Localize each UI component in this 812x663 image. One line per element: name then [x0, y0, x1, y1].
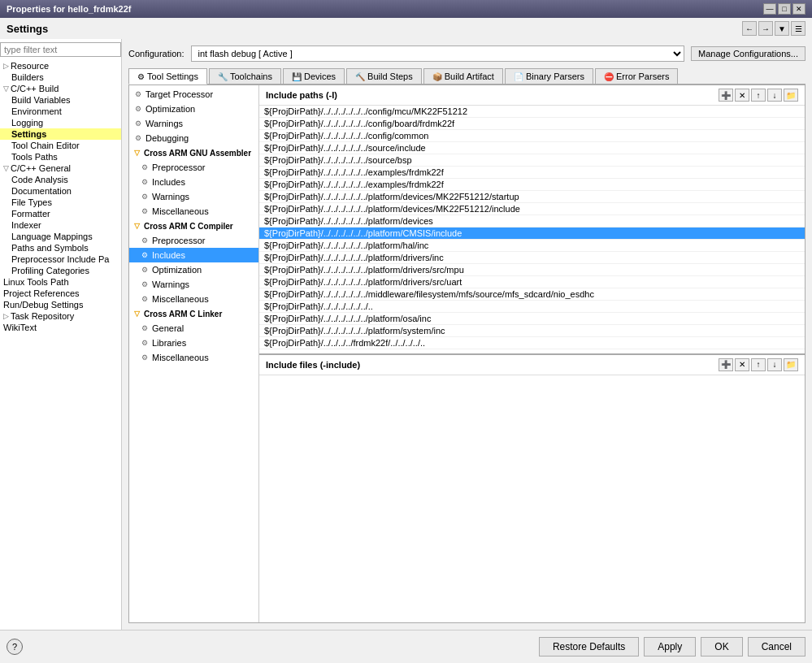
back-button[interactable]: ←: [742, 21, 757, 36]
sidebar-item-tool-chain-editor[interactable]: Tool Chain Editor: [0, 140, 121, 151]
tree-item-c-optimization[interactable]: ⚙ Optimization: [129, 262, 258, 277]
tree-item-asm-warnings[interactable]: ⚙ Warnings: [129, 189, 258, 204]
gear-icon: ⚙: [132, 103, 144, 115]
tree-item-target-processor[interactable]: ⚙ Target Processor: [129, 87, 258, 102]
cancel-button[interactable]: Cancel: [748, 637, 805, 656]
tree-section-linker[interactable]: ▽ Cross ARM C Linker: [129, 306, 258, 321]
include-path-item[interactable]: ${ProjDirPath}/../../../../../../source/…: [259, 142, 805, 154]
restore-defaults-button[interactable]: Restore Defaults: [539, 637, 639, 656]
tree-item-linker-general[interactable]: ⚙ General: [129, 321, 258, 336]
include-path-item[interactable]: ${ProjDirPath}/../../../../../../platfor…: [259, 276, 805, 288]
folder-icon: ▽: [131, 308, 142, 319]
include-path-item[interactable]: ${ProjDirPath}/../../../../../../config/…: [259, 130, 805, 142]
sidebar-item-code-analysis[interactable]: Code Analysis: [0, 174, 121, 185]
sidebar-item-builders[interactable]: Builders: [0, 72, 121, 83]
tree-item-debugging[interactable]: ⚙ Debugging: [129, 131, 258, 145]
sidebar-item-cpp-general[interactable]: ▽ C/C++ General: [0, 162, 121, 174]
tree-item-c-preprocessor[interactable]: ⚙ Preprocessor: [129, 233, 258, 248]
move-up-include-path-button[interactable]: ↑: [751, 89, 766, 102]
add-include-file-button[interactable]: ➕: [719, 358, 733, 371]
sidebar-item-logging[interactable]: Logging: [0, 117, 121, 128]
sidebar-item-preprocessor-include[interactable]: Preprocessor Include Pa: [0, 254, 121, 265]
tree-item-c-includes[interactable]: ⚙ Includes: [129, 248, 258, 262]
sidebar-item-indexer[interactable]: Indexer: [0, 219, 121, 231]
include-path-item[interactable]: ${ProjDirPath}/../../../../../../source/…: [259, 154, 805, 167]
move-up-include-file-button[interactable]: ↑: [751, 358, 766, 371]
include-path-item[interactable]: ${ProjDirPath}/../../../../../../platfor…: [259, 191, 805, 203]
move-down-include-file-button[interactable]: ↓: [767, 358, 782, 371]
include-path-item[interactable]: ${ProjDirPath}/../../../../../../platfor…: [259, 325, 805, 337]
settings-menu-button[interactable]: ☰: [791, 21, 805, 36]
tree-item-asm-preprocessor[interactable]: ⚙ Preprocessor: [129, 160, 258, 175]
tree-item-linker-libraries[interactable]: ⚙ Libraries: [129, 336, 258, 350]
sidebar-item-cpp-build[interactable]: ▽ C/C++ Build: [0, 83, 121, 94]
tab-tool-settings[interactable]: ⚙ Tool Settings: [128, 68, 207, 84]
sidebar-item-run-debug-settings[interactable]: Run/Debug Settings: [0, 299, 121, 310]
tree-item-warnings[interactable]: ⚙ Warnings: [129, 116, 258, 131]
include-path-item[interactable]: ${ProjDirPath}/../../../../../../config/…: [259, 106, 805, 118]
tree-item-asm-includes[interactable]: ⚙ Includes: [129, 175, 258, 189]
sidebar-item-settings[interactable]: Settings: [0, 128, 121, 140]
forward-button[interactable]: →: [758, 21, 773, 36]
include-path-item[interactable]: ${ProjDirPath}/../../../../../../..: [259, 301, 805, 313]
sidebar-item-paths-and-symbols[interactable]: Paths and Symbols: [0, 242, 121, 254]
tree-item-asm-miscellaneous[interactable]: ⚙ Miscellaneous: [129, 204, 258, 219]
include-path-item[interactable]: ${ProjDirPath}/../../../../../../example…: [259, 179, 805, 191]
minimize-button[interactable]: —: [763, 3, 776, 15]
include-path-item[interactable]: ${ProjDirPath}/../../../../../../platfor…: [259, 313, 805, 325]
dropdown-button[interactable]: ▼: [775, 21, 789, 36]
include-path-item[interactable]: ${ProjDirPath}/../../../../../../platfor…: [259, 264, 805, 276]
workspace-include-file-button[interactable]: 📁: [784, 358, 798, 371]
values-panel: Include paths (-I) ➕ ✕ ↑ ↓ 📁 ${ProjDirPa…: [259, 85, 805, 622]
ok-button[interactable]: OK: [701, 637, 742, 656]
workspace-include-path-button[interactable]: 📁: [784, 89, 798, 102]
sidebar-item-build-variables[interactable]: Build Variables: [0, 94, 121, 106]
include-path-item[interactable]: ${ProjDirPath}/../../../../../../config/…: [259, 118, 805, 130]
tab-error-parsers[interactable]: ⛔ Error Parsers: [595, 68, 678, 84]
include-path-item[interactable]: ${ProjDirPath}/../../../../frdmk22f/../.…: [259, 337, 805, 349]
sidebar-item-documentation[interactable]: Documentation: [0, 185, 121, 197]
tree-section-assembler[interactable]: ▽ Cross ARM GNU Assembler: [129, 145, 258, 160]
help-button[interactable]: ?: [7, 639, 23, 655]
delete-include-path-button[interactable]: ✕: [735, 89, 749, 102]
maximize-button[interactable]: □: [778, 3, 791, 15]
apply-button[interactable]: Apply: [644, 637, 696, 656]
sidebar-item-file-types[interactable]: File Types: [0, 197, 121, 208]
right-panel: Configuration: int flash debug [ Active …: [122, 39, 812, 630]
include-path-item[interactable]: ${ProjDirPath}/../../../../../../platfor…: [259, 228, 805, 240]
sidebar-filter-input[interactable]: [0, 42, 121, 57]
tab-toolchains[interactable]: 🔧 Toolchains: [209, 68, 281, 84]
sidebar-item-label: Linux Tools Path: [3, 277, 69, 287]
manage-configurations-button[interactable]: Manage Configurations...: [691, 46, 805, 61]
sidebar-item-tools-paths[interactable]: Tools Paths: [0, 151, 121, 162]
include-path-item[interactable]: ${ProjDirPath}/../../../../../../middlew…: [259, 288, 805, 301]
sidebar-item-linux-tools-path[interactable]: Linux Tools Path: [0, 276, 121, 288]
tab-build-steps[interactable]: 🔨 Build Steps: [346, 68, 422, 84]
tab-devices[interactable]: 💾 Devices: [283, 68, 345, 84]
include-path-item[interactable]: ${ProjDirPath}/../../../../../../platfor…: [259, 215, 805, 228]
add-include-path-button[interactable]: ➕: [719, 89, 733, 102]
sidebar-item-language-mappings[interactable]: Language Mappings: [0, 231, 121, 242]
tree-item-c-miscellaneous[interactable]: ⚙ Miscellaneous: [129, 292, 258, 306]
config-select[interactable]: int flash debug [ Active ]: [191, 46, 685, 62]
include-path-item[interactable]: ${ProjDirPath}/../../../../../../platfor…: [259, 252, 805, 264]
include-path-item[interactable]: ${ProjDirPath}/../../../../../../platfor…: [259, 240, 805, 252]
move-down-include-path-button[interactable]: ↓: [767, 89, 782, 102]
tree-item-optimization[interactable]: ⚙ Optimization: [129, 102, 258, 116]
close-button[interactable]: ✕: [792, 3, 805, 15]
tab-build-artifact[interactable]: 📦 Build Artifact: [423, 68, 503, 84]
include-path-item[interactable]: ${ProjDirPath}/../../../../../../example…: [259, 167, 805, 179]
sidebar-item-wikitext[interactable]: WikiText: [0, 322, 121, 333]
tab-binary-parsers[interactable]: 📄 Binary Parsers: [505, 68, 593, 84]
sidebar-item-task-repository[interactable]: ▷ Task Repository: [0, 310, 121, 322]
tree-item-linker-miscellaneous[interactable]: ⚙ Miscellaneous: [129, 350, 258, 365]
sidebar-item-formatter[interactable]: Formatter: [0, 208, 121, 219]
tree-section-c-compiler[interactable]: ▽ Cross ARM C Compiler: [129, 219, 258, 233]
sidebar-item-environment[interactable]: Environment: [0, 106, 121, 117]
include-path-item[interactable]: ${ProjDirPath}/../../../../../../platfor…: [259, 203, 805, 215]
delete-include-file-button[interactable]: ✕: [735, 358, 749, 371]
sidebar-item-project-references[interactable]: Project References: [0, 288, 121, 299]
tree-item-c-warnings[interactable]: ⚙ Warnings: [129, 277, 258, 292]
sidebar-item-resource[interactable]: ▷ Resource: [0, 60, 121, 72]
sidebar-item-profiling-categories[interactable]: Profiling Categories: [0, 265, 121, 276]
